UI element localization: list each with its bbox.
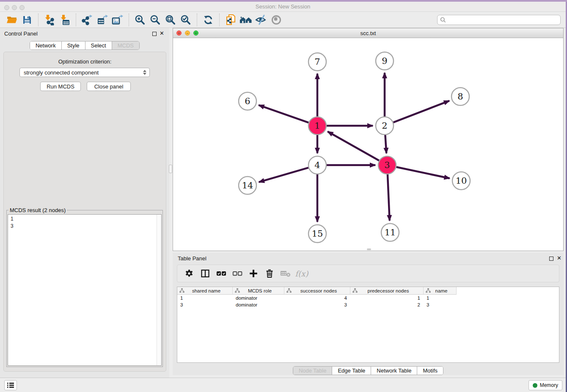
- hide-graphics-details-icon[interactable]: [255, 14, 267, 26]
- graph-edge-1-6[interactable]: [259, 105, 308, 122]
- close-table-panel-icon[interactable]: ✕: [557, 255, 561, 261]
- table-cell[interactable]: dominator: [233, 301, 284, 308]
- tab-node-table[interactable]: Node Table: [293, 367, 333, 375]
- graph-node-11[interactable]: 11: [381, 224, 399, 241]
- table-panel: Table Panel ✕: [173, 253, 564, 375]
- graph-edge-3-11[interactable]: [388, 174, 390, 221]
- duplicate-network-icon[interactable]: [224, 14, 237, 26]
- graph-node-9[interactable]: 9: [376, 52, 394, 70]
- export-table-icon[interactable]: [96, 14, 109, 26]
- network-canvas[interactable]: 1234678910111415: [173, 38, 563, 251]
- table-cell[interactable]: 3: [424, 301, 457, 308]
- network-window-titlebar[interactable]: ✕ − + scc.txt: [173, 28, 563, 38]
- zoom-out-icon[interactable]: [149, 14, 162, 26]
- tab-style[interactable]: Style: [62, 41, 85, 50]
- graph-node-4[interactable]: 4: [308, 156, 326, 174]
- tab-edge-table[interactable]: Edge Table: [332, 367, 371, 375]
- function-builder-icon[interactable]: f(x): [296, 268, 308, 279]
- table-cell[interactable]: 1: [177, 295, 233, 301]
- mcds-result-group: MCDS result (2 nodes) 1 3: [6, 207, 163, 367]
- show-graphics-details-icon[interactable]: [270, 14, 283, 26]
- save-session-icon[interactable]: [21, 14, 33, 26]
- graph-node-6[interactable]: 6: [239, 92, 256, 110]
- magnifier-check-icon: [180, 14, 191, 25]
- graph-node-3[interactable]: 3: [378, 156, 396, 174]
- plus-icon: [249, 269, 258, 278]
- table-cell[interactable]: 1: [350, 295, 424, 301]
- columns-icon: [201, 269, 210, 278]
- graph-edge-2-3[interactable]: [385, 135, 386, 153]
- splitter-handle[interactable]: [169, 165, 172, 173]
- deselect-all-icon[interactable]: [231, 268, 243, 279]
- tab-network-table[interactable]: Network Table: [371, 367, 417, 375]
- graph-node-14[interactable]: 14: [239, 177, 256, 194]
- refresh-icon[interactable]: [202, 14, 215, 26]
- graph-node-2[interactable]: 2: [376, 117, 394, 135]
- float-panel-icon[interactable]: [152, 32, 157, 36]
- float-table-panel-icon[interactable]: [549, 257, 553, 261]
- column-type-icon: [179, 288, 184, 293]
- column-header-MCDS-role[interactable]: MCDS role: [233, 287, 284, 295]
- close-panel-button[interactable]: Close panel: [87, 82, 131, 91]
- tab-mcds[interactable]: MCDS: [112, 41, 139, 50]
- column-type-icon: [352, 288, 358, 293]
- add-column-icon[interactable]: [248, 268, 259, 279]
- home-layout-icon[interactable]: [239, 14, 252, 26]
- export-image-icon[interactable]: [111, 14, 124, 26]
- graph-edge-4-14[interactable]: [259, 168, 308, 182]
- open-file-icon[interactable]: [6, 14, 18, 26]
- magnifier-minus-icon: [150, 14, 161, 25]
- svg-text:6: 6: [245, 96, 250, 106]
- result-scrollbar[interactable]: [157, 215, 161, 365]
- graph-node-10[interactable]: 10: [452, 172, 470, 190]
- split-view-icon[interactable]: [199, 268, 211, 279]
- column-header-shared-name[interactable]: shared name: [177, 287, 233, 295]
- checked-boxes-icon: [216, 271, 226, 276]
- column-header-predecessor-nodes[interactable]: predecessor nodes: [350, 287, 424, 295]
- tab-motifs[interactable]: Motifs: [417, 367, 443, 375]
- graph-node-7[interactable]: 7: [308, 53, 326, 71]
- graph-node-1[interactable]: 1: [308, 117, 326, 135]
- tab-network[interactable]: Network: [30, 41, 62, 50]
- column-header-successor-nodes[interactable]: successor nodes: [284, 287, 350, 295]
- close-panel-icon[interactable]: ✕: [160, 30, 164, 36]
- table-cell[interactable]: dominator: [233, 295, 284, 301]
- zoom-selected-icon[interactable]: [179, 14, 192, 26]
- table-cell[interactable]: 1: [424, 295, 457, 301]
- graph-node-8[interactable]: 8: [451, 88, 469, 105]
- control-panel-header: Control Panel ✕: [0, 28, 169, 40]
- graph-node-15[interactable]: 15: [308, 225, 326, 243]
- unchecked-boxes-icon: [232, 271, 242, 276]
- search-input[interactable]: [437, 15, 561, 25]
- export-network-icon[interactable]: [81, 14, 94, 26]
- import-network-icon[interactable]: [43, 14, 56, 26]
- mcds-result-textarea[interactable]: 1 3: [8, 214, 162, 366]
- table-cell[interactable]: 3: [284, 301, 350, 308]
- eye-slash-icon: [255, 14, 267, 25]
- tab-select[interactable]: Select: [85, 41, 112, 50]
- panel-splitter[interactable]: [169, 28, 173, 378]
- graph-edge-2-8[interactable]: [394, 101, 449, 122]
- graph-edge-3-1[interactable]: [328, 132, 379, 160]
- select-all-icon[interactable]: [215, 268, 227, 279]
- network-arrow-up-icon: [82, 14, 93, 25]
- table-cell[interactable]: 4: [284, 295, 350, 301]
- table-row[interactable]: 1dominator411: [177, 295, 559, 301]
- zoom-in-icon[interactable]: [134, 14, 146, 26]
- graph-edge-3-10[interactable]: [396, 167, 450, 179]
- toolbar-separator: [76, 14, 76, 26]
- delete-column-icon[interactable]: [264, 268, 275, 279]
- table-settings-icon[interactable]: [183, 268, 195, 279]
- zoom-fit-icon[interactable]: [164, 14, 177, 26]
- delete-table-icon[interactable]: [280, 268, 292, 279]
- table-cell[interactable]: 3: [177, 301, 233, 308]
- task-history-button[interactable]: [4, 380, 17, 390]
- run-mcds-button[interactable]: Run MCDS: [40, 82, 81, 91]
- criterion-select[interactable]: strongly connected component: [19, 68, 150, 77]
- import-table-icon[interactable]: [58, 14, 71, 26]
- column-header-name[interactable]: name: [424, 287, 457, 295]
- canvas-hscroll-thumb[interactable]: [367, 248, 371, 250]
- table-cell[interactable]: 2: [350, 301, 424, 308]
- memory-button[interactable]: Memory: [528, 380, 562, 390]
- table-row[interactable]: 3dominator323: [177, 301, 559, 308]
